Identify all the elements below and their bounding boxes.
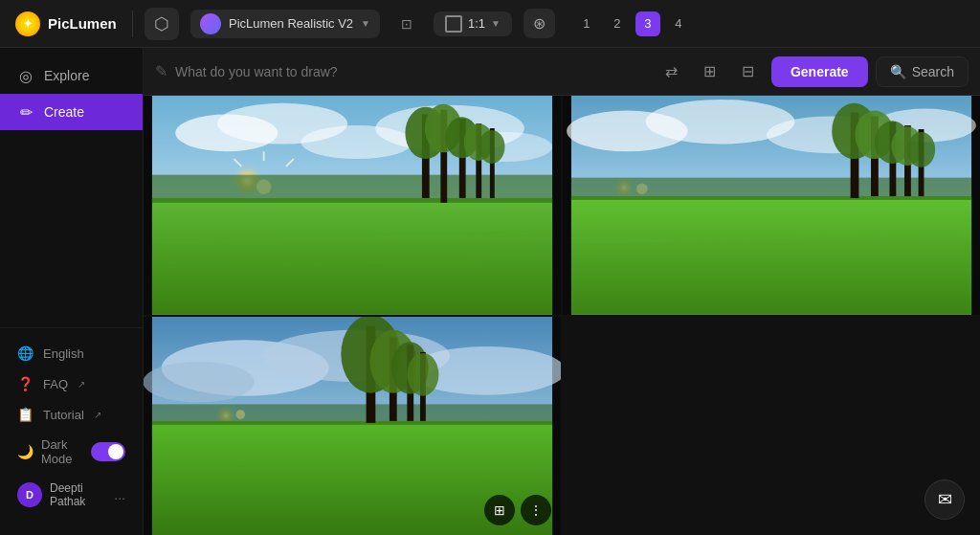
image-size-icon[interactable]: ⊡ bbox=[391, 9, 422, 39]
search-button[interactable]: 🔍 Search bbox=[876, 56, 969, 87]
aspect-box bbox=[445, 15, 462, 33]
svg-point-61 bbox=[407, 352, 438, 395]
model-name: PicLumen Realistic V2 bbox=[229, 16, 353, 31]
settings-sliders-icon[interactable]: ⊟ bbox=[733, 56, 764, 87]
tutorial-label: Tutorial bbox=[43, 408, 84, 422]
svg-rect-53 bbox=[152, 404, 552, 424]
user-row[interactable]: D Deepti Pathak ... bbox=[0, 474, 143, 516]
external-link-icon: ↗ bbox=[78, 379, 85, 390]
expand-image-button[interactable]: ⊞ bbox=[484, 495, 515, 525]
mode-icon-button[interactable]: ⬡ bbox=[145, 8, 179, 40]
generate-button[interactable]: Generate bbox=[771, 56, 868, 87]
number-1-button[interactable]: 1 bbox=[574, 11, 599, 36]
number-4-button[interactable]: 4 bbox=[666, 11, 691, 36]
image-overlay-buttons: ⊞ ⋮ bbox=[484, 495, 551, 525]
number-buttons: 1 2 3 4 bbox=[574, 11, 691, 36]
user-name: Deepti Pathak bbox=[50, 481, 106, 508]
chevron-down-icon: ▼ bbox=[361, 18, 370, 29]
sidebar-label-create: Create bbox=[44, 104, 84, 120]
model-selector[interactable]: PicLumen Realistic V2 ▼ bbox=[190, 10, 380, 38]
sidebar-label-explore: Explore bbox=[44, 68, 89, 83]
tutorial-icon: 📋 bbox=[17, 407, 33, 422]
faq-label: FAQ bbox=[43, 377, 68, 391]
image-cell-4 bbox=[563, 317, 980, 536]
image-cell-2[interactable] bbox=[563, 96, 980, 315]
sidebar-item-language[interactable]: 🌐 English bbox=[0, 338, 143, 368]
prompt-bar: ✎ ⇄ ⊞ ⊟ Generate 🔍 Search bbox=[144, 48, 980, 96]
svg-rect-33 bbox=[571, 178, 971, 200]
logo-icon: ✦ bbox=[15, 11, 40, 36]
content-area: ✎ ⇄ ⊞ ⊟ Generate 🔍 Search bbox=[144, 48, 980, 535]
sidebar-item-explore[interactable]: ◎ Explore bbox=[0, 57, 143, 94]
main-layout: ◎ Explore ✏ Create 🌐 English ❓ FAQ ↗ 📋 T… bbox=[0, 48, 980, 535]
number-3-button[interactable]: 3 bbox=[635, 11, 660, 36]
logo-text: PicLumen bbox=[48, 15, 117, 32]
topbar-divider bbox=[132, 11, 133, 37]
dark-mode-row: 🌙 Dark Mode bbox=[0, 430, 143, 474]
search-label: Search bbox=[912, 64, 954, 79]
create-icon: ✏ bbox=[17, 103, 34, 121]
more-options-button[interactable]: ⋮ bbox=[521, 495, 551, 525]
sidebar-item-create[interactable]: ✏ Create bbox=[0, 94, 143, 130]
layers-icon-button[interactable]: ⊛ bbox=[523, 9, 555, 38]
image-grid: ⊞ ⋮ bbox=[144, 96, 980, 535]
image-cell-1[interactable] bbox=[144, 96, 561, 315]
svg-point-22 bbox=[479, 130, 504, 164]
svg-rect-11 bbox=[152, 198, 552, 315]
translate-icon[interactable]: ⇄ bbox=[657, 56, 687, 87]
aspect-ratio-selector[interactable]: 1:1 ▼ bbox=[434, 11, 512, 36]
dark-mode-toggle[interactable] bbox=[91, 442, 125, 461]
language-icon: 🌐 bbox=[17, 346, 33, 361]
sidebar-item-tutorial[interactable]: 📋 Tutorial ↗ bbox=[0, 399, 143, 430]
explore-icon: ◎ bbox=[17, 67, 34, 84]
toggle-knob bbox=[108, 444, 123, 459]
number-2-button[interactable]: 2 bbox=[605, 11, 630, 36]
svg-point-43 bbox=[907, 132, 935, 167]
sidebar-item-faq[interactable]: ❓ FAQ ↗ bbox=[0, 368, 143, 399]
feedback-icon: ✉ bbox=[938, 489, 952, 510]
model-avatar bbox=[200, 13, 221, 34]
sidebar-bottom: 🌐 English ❓ FAQ ↗ 📋 Tutorial ↗ 🌙 Dark Mo… bbox=[0, 327, 143, 525]
aspect-ratio-label: 1:1 bbox=[468, 16, 485, 31]
language-label: English bbox=[43, 346, 84, 361]
dark-mode-icon: 🌙 bbox=[17, 444, 33, 459]
chevron-down-icon: ▼ bbox=[491, 18, 501, 29]
feedback-button[interactable]: ✉ bbox=[924, 479, 965, 520]
avatar: D bbox=[17, 482, 42, 507]
faq-icon: ❓ bbox=[17, 376, 33, 391]
svg-rect-32 bbox=[571, 196, 971, 314]
dark-mode-label: Dark Mode bbox=[41, 437, 83, 466]
topbar: ✦ PicLumen ⬡ PicLumen Realistic V2 ▼ ⊡ 1… bbox=[0, 0, 980, 48]
external-link-icon: ↗ bbox=[94, 410, 101, 420]
enhance-icon[interactable]: ⊞ bbox=[695, 56, 725, 87]
sidebar-nav: ◎ Explore ✏ Create bbox=[0, 57, 143, 327]
image-cell-3[interactable]: ⊞ ⋮ bbox=[144, 317, 561, 536]
user-menu-dots[interactable]: ... bbox=[114, 487, 125, 502]
prompt-input[interactable] bbox=[175, 64, 649, 79]
sidebar: ◎ Explore ✏ Create 🌐 English ❓ FAQ ↗ 📋 T… bbox=[0, 48, 144, 535]
search-icon: 🔍 bbox=[890, 64, 906, 79]
logo: ✦ PicLumen bbox=[15, 11, 121, 36]
prompt-icon: ✎ bbox=[155, 62, 167, 80]
